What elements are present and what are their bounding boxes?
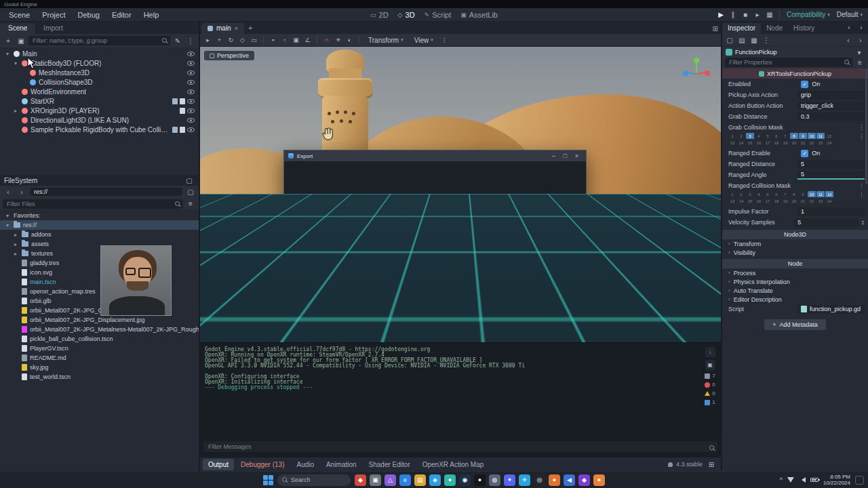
transform-menu[interactable]: Transform▾ xyxy=(363,37,408,44)
tab-audio[interactable]: Audio xyxy=(292,459,320,470)
lock-icon[interactable]: ▪ xyxy=(268,35,278,45)
collision-bit-14[interactable]: 14 xyxy=(737,140,745,146)
collapse-arrow-icon[interactable]: ▸ xyxy=(12,108,19,114)
group-physics-interpolation[interactable]: ›Physics Interpolation xyxy=(722,277,868,286)
scale-tool-icon[interactable]: ◇ xyxy=(237,35,248,45)
taskbar-app-icon[interactable]: ● xyxy=(444,474,456,486)
new-scene-tab-button[interactable]: + xyxy=(244,24,256,34)
visibility-eye-icon[interactable] xyxy=(187,70,195,75)
impulse-factor-field[interactable]: 1 xyxy=(797,207,865,216)
collision-bit-2[interactable]: 2 xyxy=(737,191,745,197)
scene-node-row[interactable]: ▸ XROrigin3D (PLAYER) xyxy=(0,106,199,115)
expand-viewport-icon[interactable]: ⊞ xyxy=(713,25,718,33)
dock-left-icon[interactable]: ‹ xyxy=(844,22,854,33)
collision-bit-7[interactable]: 7 xyxy=(781,133,789,139)
collision-bit-11[interactable]: 11 xyxy=(816,133,825,139)
file-row[interactable]: orbii_Metal007_2K-JPG_Displacement.jpg xyxy=(0,315,199,325)
notification-center-icon[interactable] xyxy=(855,476,864,485)
environment-preview-icon[interactable]: ◐ xyxy=(344,35,355,45)
menu-help[interactable]: Help xyxy=(139,9,164,20)
collision-bit-18[interactable]: 18 xyxy=(772,198,781,204)
collision-bit-8[interactable]: 8 xyxy=(790,191,798,197)
taskbar-app-icon[interactable]: ▣ xyxy=(370,474,381,486)
viewport-3d[interactable]: Perspective Export – xyxy=(200,47,721,342)
output-log[interactable]: Godot Engine v4.3.stable.official.77dcf9… xyxy=(200,343,721,440)
add-metadata-button[interactable]: + Add Metadata xyxy=(764,319,825,330)
tab-animation[interactable]: Animation xyxy=(321,459,361,470)
ranged-angle-slider[interactable]: 5 xyxy=(797,171,865,180)
workspace-script[interactable]: ✎Script xyxy=(425,11,452,19)
ranged-enable-checkbox[interactable]: ✓On xyxy=(801,150,865,157)
collapse-arrow-icon[interactable]: ▸ xyxy=(12,251,19,257)
collision-bit-4[interactable]: 4 xyxy=(755,133,763,139)
collision-bit-9[interactable]: 9 xyxy=(799,191,807,197)
maximize-icon[interactable]: □ xyxy=(560,152,570,159)
menu-scene[interactable]: Scene xyxy=(4,9,35,20)
collision-bit-17[interactable]: 17 xyxy=(764,140,772,146)
menu-editor[interactable]: Editor xyxy=(107,9,136,20)
tab-openxr-action-map[interactable]: OpenXR Action Map xyxy=(417,459,490,470)
message-count-badge[interactable]: 7 xyxy=(705,373,715,379)
collision-bit-6[interactable]: 6 xyxy=(772,133,781,139)
file-row[interactable]: ▾ res:// xyxy=(0,220,199,230)
minimize-icon[interactable]: – xyxy=(549,152,559,159)
taskbar-app-icon[interactable]: ◆ xyxy=(355,474,366,486)
clock[interactable]: 8:05 PM 10/22/2024 xyxy=(823,474,850,486)
collision-bit-21[interactable]: 21 xyxy=(799,140,807,146)
visibility-eye-icon[interactable] xyxy=(187,52,195,56)
enabled-checkbox[interactable]: ✓On xyxy=(801,81,865,88)
collision-bit-16[interactable]: 16 xyxy=(755,198,763,204)
collision-bit-8[interactable]: 8 xyxy=(790,133,798,139)
action-button-field[interactable]: trigger_click xyxy=(797,102,865,110)
instanced-scene-icon[interactable] xyxy=(172,98,178,104)
dialog-titlebar[interactable]: Export – □ × xyxy=(284,150,586,161)
new-resource-icon[interactable]: ▢ xyxy=(724,35,735,45)
visibility-eye-icon[interactable] xyxy=(187,89,195,94)
scene-filter-input[interactable] xyxy=(28,36,170,45)
tab-shader-editor[interactable]: Shader Editor xyxy=(363,459,416,470)
collision-bit-13[interactable]: 13 xyxy=(728,198,736,204)
scene-node-row[interactable]: StartXR xyxy=(0,96,199,106)
ranged-distance-field[interactable]: 5 xyxy=(797,160,865,169)
group-auto-translate[interactable]: ›Auto Translate xyxy=(722,286,868,295)
tab-debugger[interactable]: Debugger (13) xyxy=(235,459,290,470)
ruler-icon[interactable]: ∠ xyxy=(302,35,313,45)
visibility-eye-icon[interactable] xyxy=(187,99,195,104)
instance-scene-button[interactable]: ▣ xyxy=(16,35,26,46)
file-filter-input[interactable] xyxy=(3,199,183,209)
collapse-arrow-icon[interactable]: ▾ xyxy=(4,222,11,228)
collapse-arrow-icon[interactable]: ▸ xyxy=(12,232,19,238)
spinner-stepper[interactable]: ▲▼ xyxy=(861,220,865,225)
movie-maker-button[interactable]: ▦ xyxy=(764,9,775,20)
edited-resource-row[interactable]: FunctionPickup ▾ xyxy=(722,46,868,58)
collision-bit-6[interactable]: 6 xyxy=(772,191,781,197)
taskbar-app-icon[interactable]: ● xyxy=(474,474,486,486)
collision-bit-3[interactable]: 3 xyxy=(746,191,754,197)
message-filter-input[interactable] xyxy=(203,441,717,452)
collision-bit-2[interactable]: 2 xyxy=(737,133,745,139)
taskbar-app-icon[interactable]: ◆ xyxy=(578,474,590,486)
selection-list-icon[interactable]: ▭ xyxy=(249,35,259,45)
taskbar-app-icon[interactable]: e xyxy=(399,474,411,486)
focus-path-icon[interactable]: ▢ xyxy=(185,186,196,197)
wifi-icon[interactable] xyxy=(787,477,794,483)
notification-bell-icon[interactable] xyxy=(668,462,673,467)
collapse-arrow-icon[interactable]: ▾ xyxy=(12,60,19,66)
collision-bit-5[interactable]: 5 xyxy=(764,191,772,197)
scene-tree-menu-button[interactable]: ⋮ xyxy=(185,35,196,46)
collision-bit-14[interactable]: 14 xyxy=(737,198,745,204)
taskbar-search[interactable] xyxy=(277,474,351,486)
view-menu[interactable]: View▾ xyxy=(410,37,438,44)
collapse-arrow-icon[interactable]: ▸ xyxy=(12,241,19,247)
snap-toggle-icon[interactable]: ∩ xyxy=(321,35,332,45)
taskbar-app-icon[interactable]: ▤ xyxy=(414,474,426,486)
collision-bit-24[interactable]: 24 xyxy=(825,198,833,204)
collision-bit-21[interactable]: 21 xyxy=(799,198,807,204)
volume-icon[interactable] xyxy=(799,477,806,483)
warning-count-badge[interactable]: 0 xyxy=(705,390,715,396)
sun-preview-icon[interactable]: ☀ xyxy=(333,35,343,45)
taskbar-app-icon[interactable]: ◈ xyxy=(429,474,441,486)
workspace-2d[interactable]: ▭2D xyxy=(370,11,389,19)
taskbar-app-icon[interactable]: ● xyxy=(549,474,560,486)
kebab-menu-icon[interactable]: ⋮ xyxy=(859,133,865,140)
